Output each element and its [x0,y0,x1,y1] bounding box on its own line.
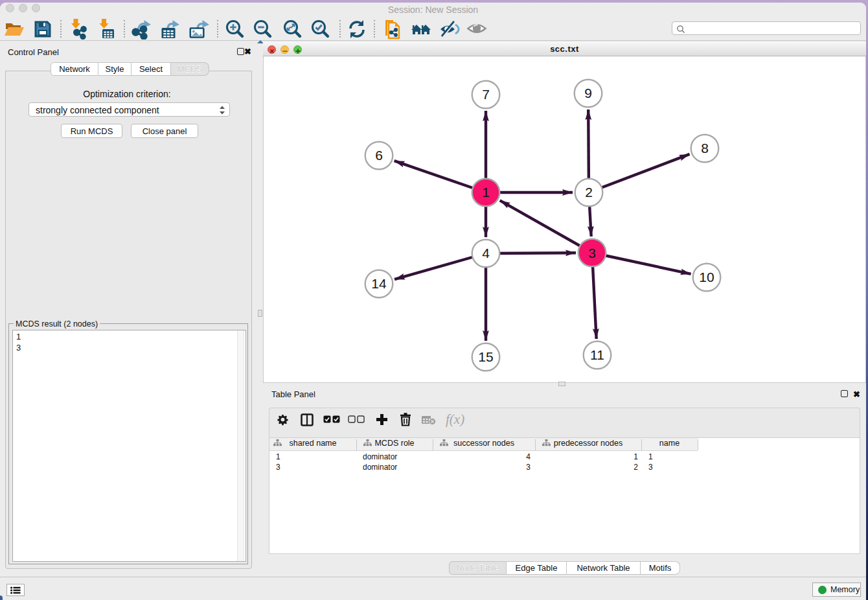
svg-text:15: 15 [478,349,493,364]
svg-text:3: 3 [588,246,596,260]
svg-text:11: 11 [590,347,604,362]
svg-text:6: 6 [375,148,383,163]
svg-text:14: 14 [371,276,387,291]
svg-text:4: 4 [482,246,490,260]
svg-text:9: 9 [584,86,592,100]
svg-text:8: 8 [701,141,709,156]
svg-text:7: 7 [482,87,490,102]
svg-text:2: 2 [585,185,593,200]
svg-text:1: 1 [482,185,490,200]
svg-text:10: 10 [699,270,714,284]
